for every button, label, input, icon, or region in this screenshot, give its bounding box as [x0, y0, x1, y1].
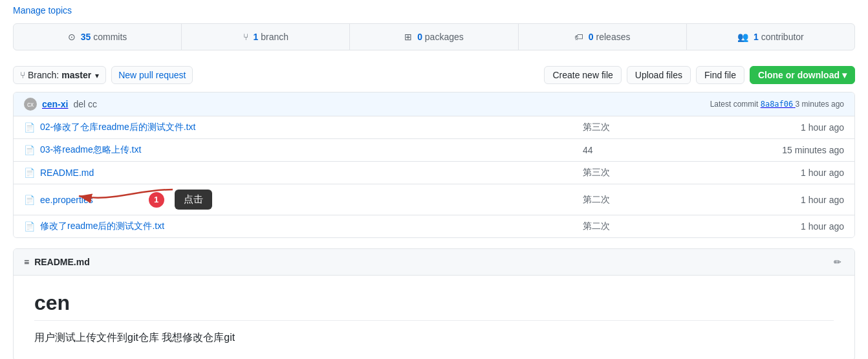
chevron-down-icon-clone: ▾	[842, 70, 847, 80]
file-commit-msg: 第三次	[572, 167, 766, 179]
packages-label: packages	[425, 32, 464, 42]
readme-doc-icon: ≡	[24, 257, 29, 267]
annotation-circle: 1	[149, 192, 164, 208]
commits-count: 35	[81, 32, 91, 42]
file-time: 1 hour ago	[766, 195, 844, 205]
releases-count-link[interactable]: 0	[589, 32, 596, 42]
commit-author: cen-xi	[42, 99, 68, 109]
commits-count-link[interactable]: 35	[81, 32, 93, 42]
file-name: README.md	[40, 168, 572, 178]
annotation-tooltip: 点击	[175, 190, 212, 210]
file-link[interactable]: 02-修改了仓库readme后的测试文件.txt	[40, 122, 195, 132]
branches-count-link[interactable]: 1	[254, 32, 261, 42]
file-commit-msg: 第三次	[572, 122, 766, 133]
file-time: 1 hour ago	[766, 122, 844, 133]
file-name: 03-将readme忽略上传.txt	[40, 144, 572, 156]
commit-message: del cc	[73, 99, 97, 109]
table-row: 📄 03-将readme忽略上传.txt 44 15 minutes ago	[14, 139, 854, 162]
stats-branches: ⑂ 1 branch	[182, 24, 350, 50]
readme-header-title: ≡ README.md	[24, 257, 90, 267]
releases-count: 0	[589, 32, 594, 42]
readme-header: ≡ README.md ✏	[14, 249, 854, 276]
file-table: cx cen-xi del cc Latest commit 8a8af06 3…	[13, 92, 855, 238]
find-file-button[interactable]: Find file	[696, 66, 744, 84]
readme-heading: cen	[34, 291, 834, 321]
file-icon: 📄	[24, 168, 35, 178]
file-commit-msg: 第二次	[572, 194, 766, 206]
commits-label: commits	[93, 32, 127, 42]
readme-content: cen 用户测试上传文件到git仓库 我想修改仓库git	[14, 276, 854, 359]
toolbar-right: Create new file Upload files Find file C…	[544, 66, 855, 84]
readme-section: ≡ README.md ✏ cen 用户测试上传文件到git仓库 我想修改仓库g…	[13, 248, 855, 359]
file-commit-msg: 44	[572, 145, 766, 155]
releases-label: releases	[596, 32, 631, 42]
table-row: 📄 修改了readme后的测试文件.txt 第二次 1 hour ago	[14, 215, 854, 237]
create-new-file-button[interactable]: Create new file	[544, 66, 621, 84]
chevron-down-icon	[94, 70, 99, 80]
commit-hash-link[interactable]: 8a8af06	[761, 100, 796, 109]
commit-header: cx cen-xi del cc Latest commit 8a8af06 3…	[14, 92, 854, 116]
commit-header-right: Latest commit 8a8af06 3 minutes ago	[710, 100, 844, 109]
avatar: cx	[24, 98, 37, 111]
file-time: 15 minutes ago	[766, 145, 844, 155]
commit-time: 3 minutes ago	[796, 100, 844, 109]
stats-releases: 🏷 0 releases	[519, 24, 687, 50]
branch-name: master	[61, 70, 91, 80]
readme-body: 用户测试上传文件到git仓库 我想修改仓库git	[34, 331, 834, 345]
branch-icon-small: ⑂	[20, 70, 25, 80]
commit-hash: 8a8af06	[761, 100, 794, 109]
tag-icon: 🏷	[574, 32, 583, 42]
file-name: 02-修改了仓库readme后的测试文件.txt	[40, 122, 572, 133]
packages-count: 0	[417, 32, 422, 42]
file-name: ee.properties 1 点击	[40, 190, 572, 210]
contributors-label: contributor	[761, 32, 804, 42]
file-commit-msg: 第二次	[572, 221, 766, 232]
repo-toolbar: ⑂ Branch: master New pull request Create…	[13, 61, 855, 89]
file-icon: 📄	[24, 221, 35, 232]
contributors-count-link[interactable]: 1	[754, 32, 761, 42]
clone-label-text: Clone or download	[758, 70, 840, 80]
contributors-count: 1	[754, 32, 759, 42]
branches-count: 1	[254, 32, 259, 42]
branch-icon: ⑂	[243, 32, 248, 42]
file-link[interactable]: 修改了readme后的测试文件.txt	[40, 221, 164, 231]
file-link[interactable]: README.md	[40, 168, 94, 178]
contributors-icon: 👥	[737, 32, 748, 42]
branch-selector[interactable]: ⑂ Branch: master	[13, 66, 106, 84]
file-name: 修改了readme后的测试文件.txt	[40, 221, 572, 232]
clone-or-download-button[interactable]: Clone or download ▾	[750, 66, 855, 84]
packages-count-link[interactable]: 0	[417, 32, 425, 42]
latest-commit-label: Latest commit	[710, 100, 759, 109]
commits-icon: ⊙	[68, 32, 76, 42]
table-row: 📄 ee.properties 1 点击	[14, 184, 854, 215]
file-icon: 📄	[24, 195, 35, 205]
file-link[interactable]: 03-将readme忽略上传.txt	[40, 144, 141, 155]
branch-label-text: Branch:	[28, 70, 59, 80]
file-icon: 📄	[24, 122, 35, 133]
stats-bar: ⊙ 35 commits ⑂ 1 branch ⊞ 0 packages 🏷 0	[13, 23, 855, 50]
package-icon: ⊞	[404, 32, 412, 42]
table-row: 📄 02-修改了仓库readme后的测试文件.txt 第三次 1 hour ag…	[14, 116, 854, 139]
commit-header-left: cx cen-xi del cc	[24, 98, 97, 111]
readme-edit-button[interactable]: ✏	[831, 254, 844, 270]
upload-files-button[interactable]: Upload files	[627, 66, 691, 84]
file-time: 1 hour ago	[766, 168, 844, 178]
manage-topics-link[interactable]: Manage topics	[13, 5, 72, 16]
table-row: 📄 README.md 第三次 1 hour ago	[14, 162, 854, 184]
file-icon: 📄	[24, 145, 35, 155]
branches-label: branch	[261, 32, 288, 42]
file-time: 1 hour ago	[766, 221, 844, 232]
toolbar-left: ⑂ Branch: master New pull request	[13, 66, 193, 84]
stats-commits: ⊙ 35 commits	[14, 24, 182, 50]
new-pull-request-button[interactable]: New pull request	[111, 66, 193, 84]
stats-packages: ⊞ 0 packages	[350, 24, 518, 50]
commit-author-link[interactable]: cen-xi	[42, 99, 68, 109]
stats-contributors: 👥 1 contributor	[687, 24, 854, 50]
readme-title: README.md	[34, 257, 90, 267]
